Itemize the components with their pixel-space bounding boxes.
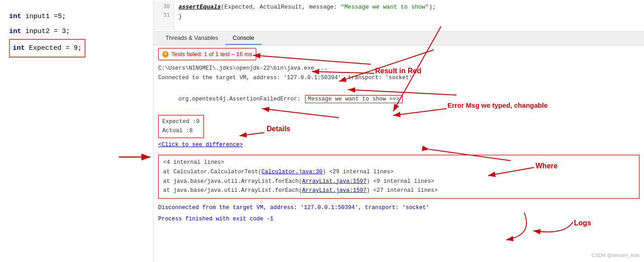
stack-internal-lines: <4 internal lines>	[163, 158, 635, 167]
process-finished-line: Process finished with exit code -1	[158, 214, 639, 224]
closing-brace-line: }	[179, 12, 639, 22]
error-prefix: org.opentest4j.AssertionFailedError:	[179, 96, 304, 102]
code-assert-line: assertEquals(Expected, ActualResult, mes…	[179, 3, 639, 12]
test-result-row: Tests failed: 1 of 1 test – 16 ms	[158, 48, 639, 62]
expected-actual-box: Expected :9 Actual :8	[158, 115, 204, 138]
stack-arraylist-line-2: at java.base/java.util.ArrayList.forEach…	[163, 186, 635, 195]
stack-arraylist-line-1: at java.base/java.util.ArrayList.forEach…	[163, 177, 635, 186]
calculator-java-link[interactable]: Calculator.java:30	[262, 169, 323, 175]
test-failed-bar: Tests failed: 1 of 1 test – 16 ms	[158, 48, 256, 60]
message-string: "Message we want to show"	[341, 4, 429, 10]
code-content: assertEquals(Expected, ActualResult, mes…	[174, 1, 644, 30]
highlighted-code-line: int Expected = 9;	[9, 39, 85, 57]
test-failed-icon	[162, 51, 169, 57]
console-error-line: org.opentest4j.AssertionFailedError: Mes…	[158, 86, 639, 114]
line-number-30: 30	[157, 3, 170, 11]
line-number-31: 31	[157, 11, 170, 20]
actual-line: Actual :8	[162, 126, 200, 136]
stack-calculator-line: at Calculator.CalculatorTest(Calculator.…	[163, 167, 635, 177]
stack-trace-box: <4 internal lines> at Calculator.Calcula…	[158, 155, 639, 199]
arraylist-java-link-2[interactable]: ArrayList.java:1597	[302, 187, 367, 194]
line-numbers: 30 31	[154, 1, 174, 30]
keyword-int-2: int	[9, 28, 21, 35]
left-code-panel: int input1 =5; int input2 = 3; int Expec…	[0, 0, 154, 262]
console-line-connected: Connected to the target VM, address: '12…	[158, 73, 639, 83]
test-failed-label: Tests failed: 1 of 1 test – 16 ms	[171, 49, 252, 59]
keyword-int-1: int	[9, 13, 21, 20]
tabs-row: Threads & Variables Console	[154, 32, 644, 45]
click-diff-link[interactable]: <Click to see difference>	[158, 142, 243, 148]
varname-input2: input2 = 3;	[25, 28, 70, 35]
watermark: CSDN @sensen_kiss	[592, 251, 639, 259]
code-area: 30 31 assertEquals(Expected, ActualResul…	[154, 0, 644, 32]
right-panel: 30 31 assertEquals(Expected, ActualResul…	[154, 0, 644, 262]
tab-console[interactable]: Console	[226, 32, 262, 45]
code-line-2: int input2 = 3;	[9, 24, 149, 39]
console-line-java-exe: C:\Users\NINGMEI\.jdks\openjdk-22\bin\ja…	[158, 64, 639, 73]
code-line-3: int Expected = 9;	[9, 39, 149, 57]
keyword-int-3: int	[13, 44, 25, 52]
tab-threads-variables[interactable]: Threads & Variables	[158, 32, 226, 45]
varname-input1: input1 =5;	[25, 13, 66, 20]
error-message-box: Message we want to show ==>	[305, 95, 403, 103]
varname-expected: Expected = 9;	[29, 44, 82, 52]
disconnected-line: Disconnected from the target VM, address…	[158, 203, 639, 213]
console-area: Tests failed: 1 of 1 test – 16 ms C:\Use…	[154, 45, 644, 262]
arrow-right-icon	[117, 152, 153, 162]
expected-line: Expected :9	[162, 117, 200, 127]
code-line-1: int input1 =5;	[9, 9, 149, 24]
assert-equals-method: assertEquals	[179, 4, 221, 10]
arraylist-java-link-1[interactable]: ArrayList.java:1597	[302, 178, 367, 185]
